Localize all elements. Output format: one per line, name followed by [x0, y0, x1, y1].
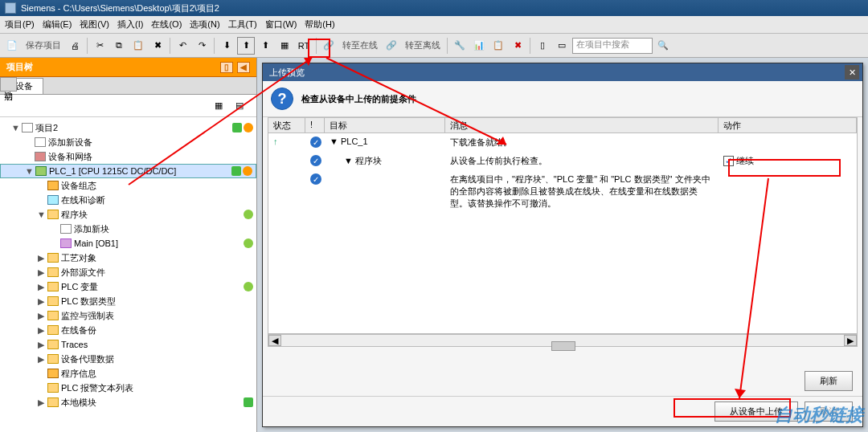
menu-insert[interactable]: 插入(I) [117, 18, 143, 31]
print-button[interactable]: 🖨 [66, 37, 84, 55]
side-vertical-tab[interactable]: 启动 [0, 77, 17, 92]
menu-window[interactable]: 窗口(W) [265, 18, 297, 31]
upload-from-device-button[interactable]: 从设备中上传 [714, 401, 798, 422]
compile-button[interactable]: ⬇ [218, 37, 235, 55]
unlink-icon[interactable]: 🔗 [383, 37, 400, 55]
search-go-button[interactable]: 🔍 [654, 37, 672, 55]
tree-toggle[interactable]: ▶ [37, 253, 45, 263]
check-icon: ✓ [310, 137, 321, 148]
tree-toggle[interactable]: ▶ [37, 311, 45, 321]
col-action[interactable]: 动作 [719, 118, 857, 132]
tree-item[interactable]: 设备和网络 [0, 149, 256, 164]
tree-item[interactable]: ▶设备代理数据 [0, 352, 256, 366]
menu-help[interactable]: 帮助(H) [305, 18, 334, 31]
scroll-right-button[interactable]: ▶ [844, 335, 857, 346]
menu-view[interactable]: 视图(V) [80, 18, 109, 31]
menu-online[interactable]: 在线(O) [151, 18, 182, 31]
tree-item[interactable]: ▶外部源文件 [0, 265, 256, 279]
action-checkbox[interactable]: ✓ [723, 156, 734, 166]
tree-toggle[interactable]: ▼ [11, 123, 19, 132]
tree-toggle[interactable]: ▶ [37, 340, 45, 350]
col-target[interactable]: 目标 [325, 118, 445, 132]
tree-item[interactable]: ▶监控与强制表 [0, 308, 256, 323]
link-icon[interactable]: 🔗 [320, 37, 338, 55]
tree-item[interactable]: PLC 报警文本列表 [0, 381, 256, 395]
sim-button[interactable]: ▦ [276, 37, 293, 55]
new-button[interactable]: 📄 [3, 37, 21, 55]
tree-label: PLC 报警文本列表 [61, 382, 253, 394]
tree-label: 设备和网络 [48, 151, 253, 163]
close-icon[interactable]: ✖ [509, 37, 526, 55]
redo-button[interactable]: ↷ [193, 37, 211, 55]
delete-button[interactable]: ✖ [149, 37, 166, 55]
status-dot [244, 238, 253, 248]
tree-item[interactable]: Main [OB1] [0, 236, 256, 251]
scroll-left-button[interactable]: ◀ [268, 335, 281, 346]
go-offline-button[interactable]: 转至离线 [402, 39, 444, 51]
tree-item[interactable]: ▼PLC_1 [CPU 1215C DC/DC/DC] [0, 164, 256, 178]
tree-item[interactable]: ▶在线备份 [0, 323, 256, 337]
cancel-button[interactable]: 取消 [805, 401, 853, 422]
scroll-thumb[interactable] [551, 341, 575, 351]
menu-project[interactable]: 项目(P) [5, 18, 35, 31]
copy-button[interactable]: ⧉ [110, 37, 128, 55]
tb-icon3[interactable]: 📋 [489, 37, 507, 55]
save-button[interactable]: 保存项目 [23, 39, 64, 51]
paste-button[interactable]: 📋 [129, 37, 147, 55]
dialog-close-button[interactable]: ✕ [845, 65, 859, 79]
go-online-button[interactable]: 转至在线 [339, 39, 381, 51]
grid-hscrollbar[interactable]: ◀ ▶ [268, 334, 858, 347]
upload-preview-dialog: 上传预览 ✕ ? 检查从设备中上传的前提条件 状态 ! 目标 消息 动作 ↑✓▼… [262, 63, 863, 427]
tree-toggle[interactable]: ▶ [37, 325, 45, 336]
tree-toggle[interactable]: ▼ [25, 166, 33, 176]
tree-item[interactable]: ▶PLC 变量 [0, 279, 256, 294]
tree-toggle[interactable]: ▶ [37, 397, 45, 408]
tree-view1-icon[interactable]: ▦ [210, 97, 227, 115]
project-tree[interactable]: ▼项目2添加新设备设备和网络▼PLC_1 [CPU 1215C DC/DC/DC… [0, 117, 256, 432]
dialog-heading: 检查从设备中上传的前提条件 [301, 93, 416, 105]
refresh-button[interactable]: 刷新 [805, 371, 853, 391]
tree-item[interactable]: 程序信息 [0, 366, 256, 381]
menu-edit[interactable]: 编辑(E) [43, 18, 72, 31]
tree-item[interactable]: ▶工艺对象 [0, 251, 256, 265]
tree-label: 程序块 [61, 209, 244, 221]
tree-item[interactable]: ▶本地模块 [0, 395, 256, 410]
tree-item[interactable]: 在线和诊断 [0, 193, 256, 207]
tree-toggle[interactable]: ▶ [37, 296, 45, 307]
tree-toggle[interactable]: ▶ [37, 267, 45, 278]
tree-label: 设备代理数据 [61, 353, 253, 365]
tree-view2-icon[interactable]: ▤ [231, 97, 248, 115]
tree-label: 程序信息 [61, 368, 253, 380]
tree-item[interactable]: ▶Traces [0, 337, 256, 352]
tree-toggle[interactable]: ▶ [37, 354, 45, 365]
tree-toggle[interactable]: ▼ [37, 210, 45, 219]
tree-item[interactable]: 添加新块 [0, 222, 256, 236]
main-toolbar: 📄 保存项目 🖨 ✂ ⧉ 📋 ✖ ↶ ↷ ⬇ ⬆ ⬆ ▦ RT 🔗 转至在线 🔗… [0, 34, 868, 58]
cut-button[interactable]: ✂ [91, 37, 108, 55]
col-status[interactable]: 状态 [268, 118, 305, 132]
tree-toggle[interactable]: ▶ [37, 282, 45, 292]
search-input[interactable]: 在项目中搜索 [572, 38, 653, 54]
pane-expand-icon[interactable]: ◀ [237, 62, 250, 73]
tree-item[interactable]: 设备组态 [0, 178, 256, 193]
split-v-icon[interactable]: ▭ [553, 37, 571, 55]
pane-collapse-icon[interactable]: ▯ [220, 62, 233, 73]
tb-icon1[interactable]: 🔧 [451, 37, 469, 55]
fold-icon [47, 397, 59, 407]
undo-button[interactable]: ↶ [174, 37, 191, 55]
col-alert[interactable]: ! [305, 118, 325, 132]
tree-item[interactable]: ▼项目2 [0, 120, 256, 135]
status-dot [232, 123, 242, 132]
col-message[interactable]: 消息 [445, 118, 719, 132]
tree-item[interactable]: ▼程序块 [0, 207, 256, 222]
split-h-icon[interactable]: ▯ [534, 37, 551, 55]
tb-icon2[interactable]: 📊 [470, 37, 488, 55]
menu-tools[interactable]: 工具(T) [228, 18, 257, 31]
tree-item[interactable]: ▶PLC 数据类型 [0, 294, 256, 308]
menu-options[interactable]: 选项(N) [190, 18, 219, 31]
upload-button[interactable]: ⬆ [256, 37, 274, 55]
fold-icon [47, 383, 59, 393]
rt-button[interactable]: RT [295, 37, 313, 55]
download-button[interactable]: ⬆ [237, 37, 255, 55]
tree-item[interactable]: 添加新设备 [0, 135, 256, 149]
